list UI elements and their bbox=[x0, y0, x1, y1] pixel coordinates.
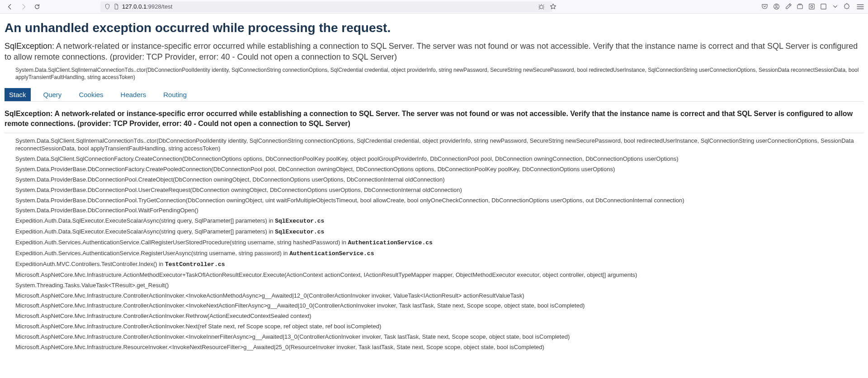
stack-frame-text: System.Threading.Tasks.ValueTask<TResult… bbox=[15, 282, 169, 289]
reload-button[interactable] bbox=[31, 1, 43, 13]
stack-frame[interactable]: System.Data.ProviderBase.DbConnectionPoo… bbox=[15, 185, 863, 196]
toolbar-extensions bbox=[760, 3, 864, 11]
stack-frame-text: Microsoft.AspNetCore.Mvc.Infrastructure.… bbox=[15, 323, 381, 330]
chevron-down-icon[interactable] bbox=[831, 3, 839, 11]
stack-frame-text: System.Data.ProviderBase.DbConnectionPoo… bbox=[15, 197, 684, 204]
stack-frame[interactable]: System.Data.ProviderBase.DbConnectionPoo… bbox=[15, 175, 863, 185]
svg-rect-6 bbox=[821, 4, 826, 9]
exception-top-frame: System.Data.SqlClient.SqlInternalConnect… bbox=[5, 66, 863, 81]
stack-frame[interactable]: Microsoft.AspNetCore.Mvc.Infrastructure.… bbox=[15, 270, 863, 280]
hamburger-menu-icon[interactable] bbox=[856, 3, 864, 11]
eyedropper-icon[interactable] bbox=[784, 3, 792, 11]
exception-type: SqlException: bbox=[5, 42, 54, 51]
svg-rect-4 bbox=[809, 4, 814, 9]
tab-cookies[interactable]: Cookies bbox=[74, 88, 108, 101]
stack-frame[interactable]: Microsoft.AspNetCore.Mvc.Infrastructure.… bbox=[15, 291, 863, 301]
stack-frame-text: Expedition.Auth.Data.SqlExecutor.Execute… bbox=[15, 217, 275, 224]
bug-icon[interactable] bbox=[537, 3, 545, 11]
tab-headers[interactable]: Headers bbox=[116, 88, 151, 101]
stack-frame[interactable]: System.Threading.Tasks.ValueTask<TResult… bbox=[15, 280, 863, 291]
stack-frame-text: Expedition.Auth.Services.AuthenticationS… bbox=[15, 250, 289, 257]
stack-frame-text: Microsoft.AspNetCore.Mvc.Infrastructure.… bbox=[15, 271, 637, 278]
stack-frame[interactable]: Microsoft.AspNetCore.Mvc.Infrastructure.… bbox=[15, 332, 863, 342]
stack-frame[interactable]: Microsoft.AspNetCore.Mvc.Infrastructure.… bbox=[15, 301, 863, 311]
stack-frame[interactable]: Expedition.Auth.Data.SqlExecutor.Execute… bbox=[15, 227, 863, 238]
tab-routing[interactable]: Routing bbox=[159, 88, 191, 101]
extension-icon-2[interactable] bbox=[807, 3, 816, 11]
stack-frame[interactable]: System.Data.ProviderBase.DbConnectionFac… bbox=[15, 164, 863, 175]
stack-frame[interactable]: Microsoft.AspNetCore.Mvc.Infrastructure.… bbox=[15, 322, 863, 332]
page-icon bbox=[113, 4, 119, 10]
stack-frame[interactable]: System.Data.ProviderBase.DbConnectionPoo… bbox=[15, 205, 863, 216]
tab-query[interactable]: Query bbox=[39, 88, 66, 101]
url-bar-right-icons bbox=[537, 3, 557, 11]
stack-frame-text: System.Data.ProviderBase.DbConnectionPoo… bbox=[15, 207, 198, 214]
stack-frame-text: Expedition.Auth.Services.AuthenticationS… bbox=[15, 239, 348, 246]
reload-icon bbox=[34, 4, 40, 10]
svg-point-2 bbox=[775, 5, 777, 7]
stack-frame[interactable]: System.Data.SqlClient.SqlInternalConnect… bbox=[15, 136, 863, 154]
stack-frame-text: System.Data.ProviderBase.DbConnectionFac… bbox=[15, 166, 615, 173]
stack-frame-file: TestController.cs bbox=[165, 261, 225, 268]
stack-frame[interactable]: Expedition.Auth.Services.AuthenticationS… bbox=[15, 238, 863, 248]
stack-frame-text: System.Data.SqlClient.SqlConnectionFacto… bbox=[15, 155, 678, 162]
stack-frame[interactable]: Expedition.Auth.Data.SqlExecutor.Execute… bbox=[15, 216, 863, 227]
stack-frame-text: ExpeditionAuth.MVC.Controllers.TestContr… bbox=[15, 261, 165, 267]
svg-rect-3 bbox=[797, 5, 802, 9]
stack-frame-file: SqlExecutor.cs bbox=[275, 218, 324, 224]
stack-frames-list: System.Data.SqlClient.SqlInternalConnect… bbox=[5, 136, 863, 353]
stack-frame[interactable]: System.Data.ProviderBase.DbConnectionPoo… bbox=[15, 196, 863, 206]
bookmark-star-icon[interactable] bbox=[549, 3, 557, 11]
error-page: An unhandled exception occurred while pr… bbox=[0, 14, 868, 371]
page-viewport[interactable]: An unhandled exception occurred while pr… bbox=[0, 14, 868, 378]
stack-frame[interactable]: Microsoft.AspNetCore.Mvc.Infrastructure.… bbox=[15, 311, 863, 322]
pocket-icon[interactable] bbox=[760, 3, 769, 11]
svg-point-5 bbox=[811, 5, 813, 8]
forward-button[interactable] bbox=[17, 1, 30, 13]
svg-point-0 bbox=[539, 5, 543, 9]
browser-toolbar: 127.0.0.1:9928/test bbox=[0, 0, 868, 14]
extension-icon-1[interactable] bbox=[796, 3, 804, 11]
stack-frame-text: Microsoft.AspNetCore.Mvc.Infrastructure.… bbox=[15, 292, 524, 299]
stack-frame-text: Microsoft.AspNetCore.Mvc.Infrastructure.… bbox=[15, 344, 544, 350]
tab-row: Stack Query Cookies Headers Routing bbox=[5, 88, 863, 102]
extensions-puzzle-icon[interactable] bbox=[843, 3, 851, 11]
back-button[interactable] bbox=[4, 1, 16, 13]
page-title: An unhandled exception occurred while pr… bbox=[5, 21, 863, 35]
stack-frame[interactable]: System.Data.SqlClient.SqlConnectionFacto… bbox=[15, 154, 863, 164]
url-text: 127.0.0.1:9928/test bbox=[122, 3, 172, 10]
stack-frame-text: System.Data.ProviderBase.DbConnectionPoo… bbox=[15, 187, 462, 193]
address-bar[interactable]: 127.0.0.1:9928/test bbox=[100, 1, 552, 12]
nav-button-group bbox=[4, 1, 43, 13]
stack-section-header: SqlException: A network-related or insta… bbox=[5, 107, 863, 133]
stack-frame-text: Microsoft.AspNetCore.Mvc.Infrastructure.… bbox=[15, 313, 311, 319]
arrow-right-icon bbox=[20, 4, 27, 10]
exception-summary: SqlException: A network-related or insta… bbox=[5, 41, 863, 63]
stack-frame-text: Expedition.Auth.Data.SqlExecutor.Execute… bbox=[15, 228, 275, 235]
stack-frame-text: Microsoft.AspNetCore.Mvc.Infrastructure.… bbox=[15, 302, 585, 309]
stack-frame-file: AuthenticationService.cs bbox=[348, 239, 433, 246]
shield-icon bbox=[104, 4, 110, 10]
stack-frame-file: AuthenticationService.cs bbox=[289, 250, 374, 257]
stack-frame-text: Microsoft.AspNetCore.Mvc.Infrastructure.… bbox=[15, 333, 570, 340]
exception-message: A network-related or instance-specific e… bbox=[5, 42, 858, 61]
stack-frame-file: SqlExecutor.cs bbox=[275, 229, 324, 235]
arrow-left-icon bbox=[7, 4, 13, 10]
stack-frame[interactable]: ExpeditionAuth.MVC.Controllers.TestContr… bbox=[15, 259, 863, 270]
stack-frame[interactable]: Expedition.Auth.Services.AuthenticationS… bbox=[15, 248, 863, 259]
tab-stack[interactable]: Stack bbox=[5, 88, 31, 101]
account-icon[interactable] bbox=[772, 3, 780, 11]
stack-frame[interactable]: Microsoft.AspNetCore.Mvc.Infrastructure.… bbox=[15, 342, 863, 353]
extension-icon-3[interactable] bbox=[819, 3, 827, 11]
stack-frame-text: System.Data.SqlClient.SqlInternalConnect… bbox=[15, 137, 854, 152]
stack-frame-text: System.Data.ProviderBase.DbConnectionPoo… bbox=[15, 176, 445, 183]
